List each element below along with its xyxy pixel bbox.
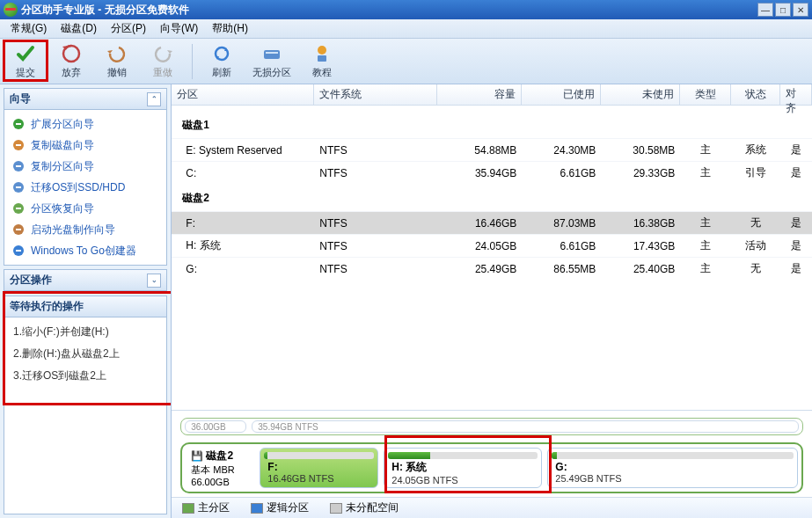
disk-group-label: 磁盘2 bbox=[172, 184, 812, 211]
partition-g-name: G: bbox=[555, 461, 790, 473]
table-cell: 54.88MB bbox=[437, 144, 522, 157]
table-cell: 35.94GB bbox=[437, 167, 522, 179]
col-used[interactable]: 已使用 bbox=[522, 84, 601, 105]
partition-block-f[interactable]: F: 16.46GB NTFS bbox=[260, 448, 378, 488]
wizard-icon bbox=[11, 138, 26, 152]
partition-ops-title: 分区操作 bbox=[10, 273, 52, 288]
menu-partition[interactable]: 分区(P) bbox=[104, 19, 153, 38]
table-cell: 30.58MB bbox=[601, 144, 680, 157]
wizard-item-label: 启动光盘制作向导 bbox=[31, 223, 115, 237]
table-cell: 16.46GB bbox=[437, 217, 522, 230]
undo-button[interactable]: 撤销 bbox=[97, 40, 137, 83]
swatch-logical-icon bbox=[251, 503, 263, 514]
menu-wizard[interactable]: 向导(W) bbox=[153, 19, 205, 38]
col-capacity[interactable]: 容量 bbox=[437, 84, 522, 105]
pending-op-item: 2.删除(H:)盘从磁盘2上 bbox=[13, 347, 157, 361]
pending-ops-header[interactable]: 等待执行的操作 bbox=[4, 296, 166, 317]
svg-rect-10 bbox=[16, 165, 21, 167]
disk2-type: 基本 MBR bbox=[191, 463, 254, 477]
partition-h-name: H: 系统 bbox=[391, 460, 534, 475]
maximize-button[interactable]: □ bbox=[775, 3, 791, 17]
svg-rect-14 bbox=[16, 208, 21, 209]
partition-block-h[interactable]: H: 系统 24.05GB NTFS bbox=[384, 448, 542, 488]
legend: 主分区 逻辑分区 未分配空间 bbox=[172, 497, 812, 518]
discard-icon bbox=[61, 43, 82, 64]
wizards-panel-header[interactable]: 向导 ⌃ bbox=[4, 89, 166, 110]
table-cell: 无 bbox=[731, 261, 780, 276]
table-cell: 是 bbox=[780, 215, 812, 230]
legend-primary: 主分区 bbox=[182, 500, 230, 515]
svg-point-3 bbox=[318, 46, 326, 55]
svg-rect-6 bbox=[16, 123, 21, 125]
wizard-item[interactable]: Windows To Go创建器 bbox=[4, 240, 166, 261]
disk2-info: 💾 磁盘2 基本 MBR 66.00GB bbox=[186, 448, 254, 488]
col-filesystem[interactable]: 文件系统 bbox=[314, 84, 437, 105]
window-title: 分区助手专业版 - 无损分区免费软件 bbox=[21, 3, 757, 18]
table-cell: 86.55MB bbox=[522, 263, 601, 275]
col-status[interactable]: 状态 bbox=[731, 84, 780, 105]
minimize-button[interactable]: — bbox=[757, 3, 773, 17]
wizards-panel-title: 向导 bbox=[10, 91, 31, 106]
table-cell: C: bbox=[172, 167, 314, 179]
wizard-item-label: 复制分区向导 bbox=[31, 159, 94, 174]
wizard-item[interactable]: 扩展分区向导 bbox=[4, 113, 166, 135]
close-button[interactable]: ✕ bbox=[793, 3, 808, 17]
table-cell: 25.49GB bbox=[437, 263, 522, 275]
menu-help[interactable]: 帮助(H) bbox=[205, 19, 255, 38]
main-area: 分区 文件系统 容量 已使用 未使用 类型 状态 4KB对齐 磁盘1E: Sys… bbox=[172, 84, 812, 518]
table-row[interactable]: G:NTFS25.49GB86.55MB25.40GB主无是 bbox=[172, 257, 812, 280]
disk1-strip-truncated: 36.00GB 35.94GB NTFS bbox=[180, 418, 803, 435]
table-cell: 25.40GB bbox=[601, 263, 680, 275]
table-row[interactable]: E: System ReservedNTFS54.88MB24.30MB30.5… bbox=[172, 138, 812, 161]
table-cell: 是 bbox=[780, 238, 812, 253]
redo-button: 重做 bbox=[143, 40, 183, 83]
pending-op-item: 1.缩小(F:)并创建(H:) bbox=[13, 325, 157, 339]
toolbar-separator bbox=[192, 44, 193, 79]
chevron-up-icon[interactable]: ⌃ bbox=[147, 92, 161, 106]
col-unused[interactable]: 未使用 bbox=[601, 84, 680, 105]
commit-button[interactable]: 提交 bbox=[5, 40, 46, 83]
svg-rect-8 bbox=[16, 144, 21, 146]
sidebar: 向导 ⌃ 扩展分区向导复制磁盘向导复制分区向导迁移OS到SSD/HDD分区恢复向… bbox=[0, 84, 172, 518]
table-cell: 87.03MB bbox=[522, 217, 601, 230]
wizard-item[interactable]: 启动光盘制作向导 bbox=[4, 219, 166, 240]
partition-ops-header[interactable]: 分区操作 ⌄ bbox=[4, 270, 166, 291]
title-bar: 分区助手专业版 - 无损分区免费软件 — □ ✕ bbox=[0, 0, 812, 19]
wizard-item-label: 复制磁盘向导 bbox=[31, 138, 94, 153]
wizard-item[interactable]: 复制磁盘向导 bbox=[4, 135, 166, 156]
wizard-icon bbox=[11, 223, 26, 237]
refresh-button[interactable]: 刷新 bbox=[201, 40, 242, 83]
table-cell: 29.33GB bbox=[601, 167, 680, 179]
table-cell: 是 bbox=[780, 142, 812, 157]
wizard-item-label: 扩展分区向导 bbox=[31, 117, 94, 132]
partition-block-g[interactable]: G: 25.49GB NTFS bbox=[547, 448, 798, 488]
pending-op-item: 3.迁移OS到磁盘2上 bbox=[13, 368, 157, 383]
table-row[interactable]: H: 系统NTFS24.05GB6.61GB17.43GB主活动是 bbox=[172, 234, 812, 257]
col-type[interactable]: 类型 bbox=[680, 84, 731, 105]
menu-general[interactable]: 常规(G) bbox=[4, 19, 54, 38]
undo-icon bbox=[106, 43, 128, 64]
menu-disk[interactable]: 磁盘(D) bbox=[54, 19, 104, 38]
safe-partition-button[interactable]: 无损分区 bbox=[247, 40, 296, 83]
table-header: 分区 文件系统 容量 已使用 未使用 类型 状态 4KB对齐 bbox=[172, 84, 812, 106]
table-row[interactable]: C:NTFS35.94GB6.61GB29.33GB主引导是 bbox=[172, 161, 812, 184]
table-cell: 系统 bbox=[731, 142, 780, 157]
chevron-down-icon[interactable]: ⌄ bbox=[147, 274, 161, 288]
partition-g-sub: 25.49GB NTFS bbox=[555, 473, 790, 484]
col-partition[interactable]: 分区 bbox=[172, 84, 314, 105]
table-cell: NTFS bbox=[314, 167, 437, 179]
col-align[interactable]: 4KB对齐 bbox=[780, 84, 812, 105]
wizard-item[interactable]: 分区恢复向导 bbox=[4, 198, 166, 219]
table-cell: 主 bbox=[680, 215, 731, 230]
discard-button[interactable]: 放弃 bbox=[51, 40, 91, 83]
wizard-item-label: 迁移OS到SSD/HDD bbox=[31, 180, 125, 195]
table-row[interactable]: F:NTFS16.46GB87.03MB16.38GB主无是 bbox=[172, 211, 812, 234]
disk-icon bbox=[261, 43, 282, 64]
table-cell: 主 bbox=[680, 165, 731, 180]
wizard-item[interactable]: 复制分区向导 bbox=[4, 156, 166, 177]
table-cell: 主 bbox=[680, 238, 731, 253]
pending-ops-panel: 等待执行的操作 1.缩小(F:)并创建(H:)2.删除(H:)盘从磁盘2上3.迁… bbox=[4, 295, 167, 514]
tutorial-button[interactable]: 教程 bbox=[302, 40, 342, 83]
table-cell: NTFS bbox=[314, 144, 437, 157]
wizard-item[interactable]: 迁移OS到SSD/HDD bbox=[4, 177, 166, 198]
